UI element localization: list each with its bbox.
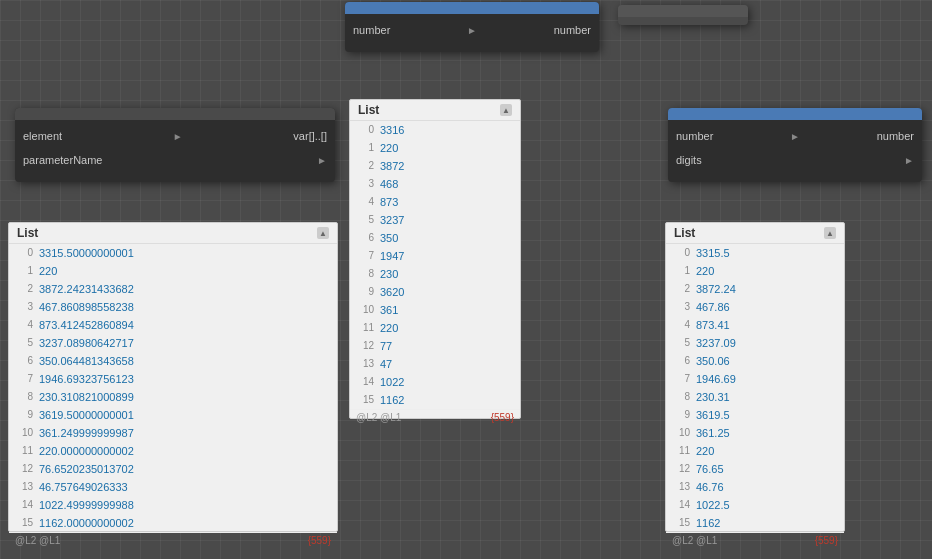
list-item-index: 9 xyxy=(356,284,374,300)
list-item-value: 467.860898558238 xyxy=(39,299,134,315)
list-item: 4873.412452860894 xyxy=(9,316,337,334)
list-item-index: 8 xyxy=(672,389,690,405)
list-3-count: {559} xyxy=(815,535,838,546)
list-item: 3467.86 xyxy=(666,298,844,316)
list-item-index: 9 xyxy=(15,407,33,423)
list-item-value: 1946.69323756123 xyxy=(39,371,134,387)
list-1-scroll[interactable]: ▲ xyxy=(500,104,512,116)
list-item: 71947 xyxy=(350,247,520,265)
code-block-title xyxy=(618,5,748,17)
list-item-value: 467.86 xyxy=(696,299,730,315)
math-round-2-number-in: number xyxy=(676,130,713,142)
list-item-index: 4 xyxy=(15,317,33,333)
math-round-node-2: number ► number digits ► xyxy=(668,108,922,182)
math-round-1-input-label: number xyxy=(353,24,390,36)
list-2-scroll[interactable]: ▲ xyxy=(317,227,329,239)
list-item: 03315.50000000001 xyxy=(9,244,337,262)
math-round-1-output-label: number xyxy=(554,24,591,36)
list-item-value: 350 xyxy=(380,230,398,246)
list-item: 71946.69323756123 xyxy=(9,370,337,388)
list-item-index: 2 xyxy=(356,158,374,174)
list-item-index: 5 xyxy=(672,335,690,351)
list-2-items: 03315.50000000001122023872.2423143368234… xyxy=(9,244,337,532)
math-round-2-digits-in: digits xyxy=(676,154,702,166)
list-item: 151162.00000000002 xyxy=(9,514,337,532)
list-item-value: 1162 xyxy=(696,515,720,531)
list-item-index: 4 xyxy=(672,317,690,333)
list-item: 53237 xyxy=(350,211,520,229)
list-item-index: 8 xyxy=(356,266,374,282)
list-item-value: 220 xyxy=(380,320,398,336)
list-item-index: 15 xyxy=(672,515,690,531)
param-name-arrow: ► xyxy=(317,155,327,166)
list-item: 10361.249999999987 xyxy=(9,424,337,442)
list-item-index: 10 xyxy=(356,302,374,318)
list-item-index: 12 xyxy=(15,461,33,477)
list-item-index: 6 xyxy=(356,230,374,246)
list-item: 11220 xyxy=(350,319,520,337)
list-item-index: 3 xyxy=(15,299,33,315)
list-item-value: 3872.24 xyxy=(696,281,736,297)
list-item: 23872.24 xyxy=(666,280,844,298)
list-node-2: List ▲ 03315.50000000001122023872.242314… xyxy=(8,222,338,532)
list-item-index: 1 xyxy=(672,263,690,279)
list-item-index: 7 xyxy=(672,371,690,387)
math-round-1-arrow: ► xyxy=(467,25,477,36)
list-item-value: 3237.09 xyxy=(696,335,736,351)
math-round-1-auto xyxy=(345,46,599,52)
list-item: 93620 xyxy=(350,283,520,301)
list-3-scroll[interactable]: ▲ xyxy=(824,227,836,239)
list-item-index: 11 xyxy=(15,443,33,459)
list-item: 1276.6520235013702 xyxy=(9,460,337,478)
list-item-index: 14 xyxy=(15,497,33,513)
list-item-index: 13 xyxy=(356,356,374,372)
list-item: 3468 xyxy=(350,175,520,193)
list-2-header: List ▲ xyxy=(9,223,337,244)
list-3-footer-left: @L2 @L1 xyxy=(672,535,717,546)
list-item-index: 12 xyxy=(672,461,690,477)
list-item: 141022 xyxy=(350,373,520,391)
list-item: 93619.50000000001 xyxy=(9,406,337,424)
list-item-index: 0 xyxy=(672,245,690,261)
list-item-index: 6 xyxy=(15,353,33,369)
list-item: 03316 xyxy=(350,121,520,139)
list-item: 3467.860898558238 xyxy=(9,298,337,316)
list-item-value: 3619.5 xyxy=(696,407,730,423)
list-item-index: 1 xyxy=(15,263,33,279)
list-item-value: 230.31 xyxy=(696,389,730,405)
list-item-value: 76.65 xyxy=(696,461,724,477)
list-item-value: 47 xyxy=(380,356,392,372)
list-item-index: 15 xyxy=(356,392,374,408)
list-item: 53237.09 xyxy=(666,334,844,352)
list-item: 23872 xyxy=(350,157,520,175)
list-item: 1276.65 xyxy=(666,460,844,478)
list-item: 1220 xyxy=(9,262,337,280)
list-item-value: 230.310821000899 xyxy=(39,389,134,405)
list-3-title: List xyxy=(674,226,695,240)
list-item-value: 220 xyxy=(696,263,714,279)
list-item-index: 2 xyxy=(672,281,690,297)
list-3-items: 03315.5122023872.243467.864873.4153237.0… xyxy=(666,244,844,532)
list-item-index: 5 xyxy=(356,212,374,228)
math-round-2-digits-arrow: ► xyxy=(904,155,914,166)
list-item-index: 15 xyxy=(15,515,33,531)
list-item-value: 1162 xyxy=(380,392,404,408)
list-item: 151162 xyxy=(666,514,844,532)
math-round-2-number-arrow: ► xyxy=(790,131,800,142)
list-item-value: 3872.24231433682 xyxy=(39,281,134,297)
math-round-node-1: number ► number xyxy=(345,2,599,52)
list-item-index: 1 xyxy=(356,140,374,156)
list-2-count: {559} xyxy=(308,535,331,546)
list-item-index: 10 xyxy=(672,425,690,441)
list-item-index: 9 xyxy=(672,407,690,423)
list-item-value: 361 xyxy=(380,302,398,318)
list-item-value: 1162.00000000002 xyxy=(39,515,134,531)
list-item-index: 4 xyxy=(356,194,374,210)
element-arrow: ► xyxy=(173,131,183,142)
list-item: 53237.08980642717 xyxy=(9,334,337,352)
list-1-items: 0331612202387234684873532376350719478230… xyxy=(350,121,520,409)
list-item-index: 0 xyxy=(356,122,374,138)
list-2-title: List xyxy=(17,226,38,240)
list-1-header: List ▲ xyxy=(350,100,520,121)
param-name-input-label: parameterName xyxy=(23,154,102,166)
